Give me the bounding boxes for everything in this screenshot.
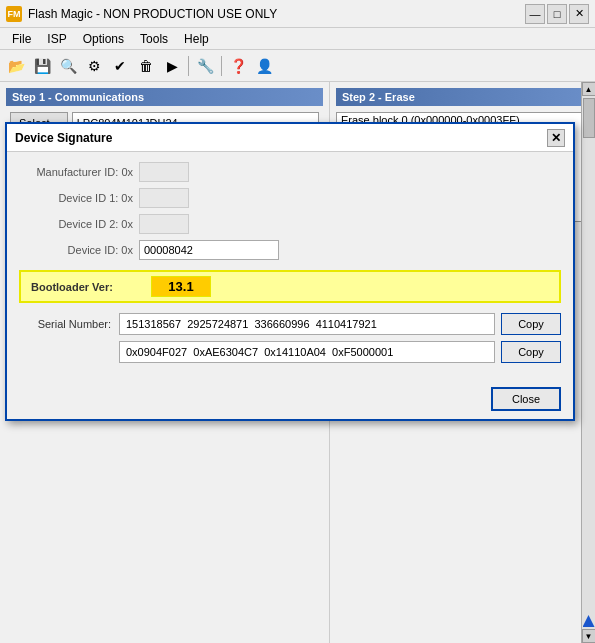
- menu-help[interactable]: Help: [176, 30, 217, 47]
- search-button[interactable]: 🔍: [56, 54, 80, 78]
- toolbar-separator: [188, 56, 189, 76]
- device-id2-input[interactable]: [139, 214, 189, 234]
- maximize-button[interactable]: □: [547, 4, 567, 24]
- device-id-label: Device ID: 0x: [19, 244, 139, 256]
- menu-file[interactable]: File: [4, 30, 39, 47]
- menu-tools[interactable]: Tools: [132, 30, 176, 47]
- toolbar: 📂 💾 🔍 ⚙ ✔ 🗑 ▶ 🔧 ❓ 👤: [0, 50, 595, 82]
- help-button[interactable]: ❓: [226, 54, 250, 78]
- device-id1-row: Device ID 1: 0x: [19, 188, 561, 208]
- bootloader-row: Bootloader Ver: 13.1: [19, 270, 561, 303]
- device-id2-row: Device ID 2: 0x: [19, 214, 561, 234]
- title-bar: FM Flash Magic - NON PRODUCTION USE ONLY…: [0, 0, 595, 28]
- window-title: Flash Magic - NON PRODUCTION USE ONLY: [28, 7, 525, 21]
- serial-label: Serial Number:: [19, 318, 119, 330]
- window-controls: — □ ✕: [525, 4, 589, 24]
- check-button[interactable]: ✔: [108, 54, 132, 78]
- device-signature-dialog: Device Signature ✕ Manufacturer ID: 0x D…: [5, 122, 575, 421]
- serial-row-1: Serial Number: Copy: [19, 313, 561, 335]
- save-button[interactable]: 💾: [30, 54, 54, 78]
- dialog-close-button[interactable]: ✕: [547, 129, 565, 147]
- copy-button-2[interactable]: Copy: [501, 341, 561, 363]
- bootloader-value: 13.1: [151, 276, 211, 297]
- serial-row-2: Copy: [19, 341, 561, 363]
- dialog-titlebar: Device Signature ✕: [7, 124, 573, 152]
- serial-section: Serial Number: Copy Copy: [19, 313, 561, 363]
- erase-button[interactable]: 🗑: [134, 54, 158, 78]
- dialog-body: Manufacturer ID: 0x Device ID 1: 0x Devi…: [7, 152, 573, 379]
- open-button[interactable]: 📂: [4, 54, 28, 78]
- settings-button[interactable]: ⚙: [82, 54, 106, 78]
- about-button[interactable]: 👤: [252, 54, 276, 78]
- toolbar-separator2: [221, 56, 222, 76]
- menu-bar: File ISP Options Tools Help: [0, 28, 595, 50]
- dialog-footer: Close: [7, 379, 573, 419]
- device-id-input[interactable]: [139, 240, 279, 260]
- device-id-row: Device ID: 0x: [19, 240, 561, 260]
- menu-options[interactable]: Options: [75, 30, 132, 47]
- minimize-button[interactable]: —: [525, 4, 545, 24]
- close-window-button[interactable]: ✕: [569, 4, 589, 24]
- manufacturer-row: Manufacturer ID: 0x: [19, 162, 561, 182]
- bootloader-label: Bootloader Ver:: [21, 281, 151, 293]
- dialog-title: Device Signature: [15, 131, 112, 145]
- copy-button-1[interactable]: Copy: [501, 313, 561, 335]
- device-id1-input[interactable]: [139, 188, 189, 208]
- play-button[interactable]: ▶: [160, 54, 184, 78]
- menu-isp[interactable]: ISP: [39, 30, 74, 47]
- main-content: Step 1 - Communications Select... Flash …: [0, 82, 595, 643]
- serial-input-1[interactable]: [119, 313, 495, 335]
- device-id1-label: Device ID 1: 0x: [19, 192, 139, 204]
- serial-input-2[interactable]: [119, 341, 495, 363]
- dialog-overlay: Device Signature ✕ Manufacturer ID: 0x D…: [0, 82, 595, 643]
- close-button[interactable]: Close: [491, 387, 561, 411]
- manufacturer-input[interactable]: [139, 162, 189, 182]
- manufacturer-label: Manufacturer ID: 0x: [19, 166, 139, 178]
- device-id2-label: Device ID 2: 0x: [19, 218, 139, 230]
- isp-button[interactable]: 🔧: [193, 54, 217, 78]
- app-icon: FM: [6, 6, 22, 22]
